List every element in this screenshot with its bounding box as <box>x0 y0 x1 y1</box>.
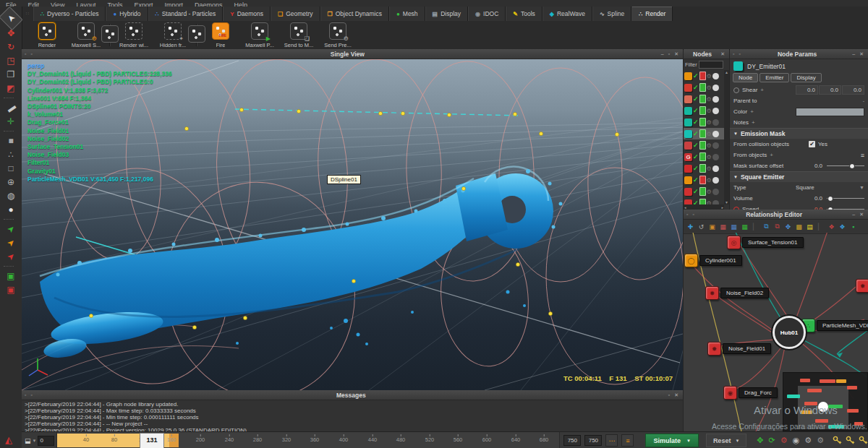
start-frame-field[interactable]: 0 <box>38 436 54 446</box>
tool-icon[interactable]: ▣ <box>2 283 20 296</box>
check-icon[interactable]: ✓ <box>693 153 699 160</box>
relationship-tool-icon[interactable]: ⧉ <box>773 223 782 231</box>
gear-icon[interactable]: ⚙ <box>707 96 712 103</box>
graph-node[interactable]: ◯ Cylinder001 <box>684 254 742 267</box>
tool-icon[interactable]: ❐ <box>2 67 20 81</box>
shading-sphere-icon[interactable] <box>712 177 719 184</box>
cache-clip-icon[interactable] <box>699 164 706 173</box>
gear-icon[interactable]: ⚙ <box>707 119 712 126</box>
node-row[interactable]: ✓ ⚙ <box>684 105 724 116</box>
tool-icon[interactable]: ↻ <box>2 40 20 53</box>
node-row[interactable]: ✓ ⚙ <box>684 197 724 204</box>
key-icon[interactable] <box>859 434 868 447</box>
ribbon-tab[interactable]: ✎ Tools <box>506 7 542 21</box>
node-row[interactable]: ✓ ⚙ <box>684 139 724 151</box>
message-log[interactable]: >[22/February/2019 22:04:44] - Graph nod… <box>22 400 683 431</box>
window-controls[interactable]: – ✕ <box>852 212 865 217</box>
window-controls[interactable]: – ✕ <box>852 51 865 57</box>
node-row[interactable]: ✓ ⚙ <box>684 82 724 93</box>
ribbon-tab[interactable]: ∿ Spline <box>592 7 631 21</box>
relationship-tool-icon[interactable]: ▩ <box>794 223 804 231</box>
cache-clip-icon[interactable] <box>699 199 706 204</box>
params-tab[interactable]: Emitter <box>760 73 789 82</box>
relationship-tool-icon[interactable]: ▦ <box>740 223 749 231</box>
relationship-tool-icon[interactable]: ▦ <box>729 223 739 231</box>
key-icon[interactable] <box>846 434 855 447</box>
params-tab[interactable]: Node <box>733 73 758 82</box>
cache-clip-icon[interactable] <box>699 106 706 115</box>
timeline-option-button[interactable]: ≡ <box>621 434 634 447</box>
node-row[interactable]: ✓ ⚙ <box>684 116 724 128</box>
action-icon[interactable]: ⚙ <box>780 436 788 445</box>
relationship-tool-icon[interactable]: ✥ <box>783 223 793 231</box>
viewport-scene[interactable]: perspDY_Domain01 (Liquid - PBD) PARTICLE… <box>22 59 683 391</box>
shear-z-field[interactable]: 0.0 <box>842 85 864 95</box>
tool-icon[interactable] <box>0 128 17 134</box>
cache-clip-icon[interactable] <box>699 83 706 92</box>
reset-button[interactable]: Reset▼ <box>706 434 746 447</box>
gear-icon[interactable]: ⚙ <box>707 73 712 79</box>
shading-sphere-icon[interactable] <box>712 85 719 91</box>
current-frame-indicator[interactable]: 131 <box>140 433 164 448</box>
relationship-titlebar[interactable]: ▫ ▫ Relationship Editor – ✕ <box>684 210 868 220</box>
toolbar-button[interactable]: Render <box>27 21 67 48</box>
relationship-tool-icon[interactable]: ⧉ <box>762 223 771 231</box>
check-icon[interactable]: ✓ <box>693 130 699 137</box>
tool-icon[interactable]: ∴ <box>2 147 20 161</box>
node-graph-canvas[interactable]: ◎ Surface_Tension01 ◯ Cylinder001 ✸ Nois… <box>684 233 868 431</box>
shading-sphere-icon[interactable] <box>712 142 719 149</box>
ribbon-tab[interactable]: ∴ Render <box>631 7 673 21</box>
ribbon-tab[interactable]: ◉ IDOC <box>468 7 506 21</box>
tool-icon[interactable]: ▣ <box>2 269 20 283</box>
toolbar-button[interactable]: ⚙ Send Pre... <box>318 21 357 48</box>
ribbon-tab[interactable]: ∴ Dyverso - Particles <box>33 7 106 21</box>
ribbon-tab[interactable]: ● Mesh <box>389 7 425 21</box>
vertical-scrollbar[interactable]: ▲▼ <box>724 70 729 204</box>
relationship-tool-icon[interactable]: ▏ <box>816 223 825 231</box>
filter-input[interactable] <box>699 61 723 69</box>
end-frame-field[interactable]: 750 <box>563 435 581 446</box>
graph-node[interactable]: ✸ Noise_Field01 <box>707 342 771 356</box>
cache-clip-icon[interactable] <box>699 129 706 138</box>
tool-icon[interactable]: ● <box>2 202 20 216</box>
check-icon[interactable]: ✓ <box>693 107 699 114</box>
shading-sphere-icon[interactable] <box>712 189 719 195</box>
check-icon[interactable]: ✓ <box>693 165 699 172</box>
gear-icon[interactable]: ⚙ <box>707 177 712 184</box>
volume-field[interactable]: 0.0 <box>796 195 822 202</box>
key-icon[interactable] <box>833 434 842 447</box>
cache-clip-icon[interactable] <box>699 95 706 103</box>
graph-node[interactable]: ◎ Surface_Tension01 <box>727 236 804 249</box>
ribbon-tab[interactable]: ▤ Display <box>425 7 468 21</box>
timeline-track[interactable]: 4080120160200240280320360400440480520560… <box>56 432 560 448</box>
chevron-down-icon[interactable]: ▼ <box>859 185 864 190</box>
toolbar-button[interactable]: ❏ Send to M... <box>279 21 318 48</box>
relationship-tool-icon[interactable]: ✚ <box>686 223 695 231</box>
node-row[interactable]: ✓ ⚙ <box>684 128 724 139</box>
toolbar-button[interactable]: ⚙ Maxwell S... <box>67 21 106 48</box>
toolbar-button[interactable]: Render wi... <box>114 21 153 48</box>
graph-node[interactable]: ✸ Noise_Field02 <box>705 286 769 300</box>
ribbon-tab[interactable]: ∴ Standard - Particles <box>148 7 224 21</box>
graph-node[interactable]: ∴ ParticleMesh_VDB01 <box>801 319 868 332</box>
graph-minimap[interactable] <box>783 372 868 431</box>
toolbar-button[interactable] <box>196 24 197 46</box>
check-icon[interactable]: ✓ <box>693 84 699 91</box>
relationship-tool-icon[interactable]: ▦ <box>718 223 728 231</box>
shading-sphere-icon[interactable] <box>712 131 719 137</box>
check-icon[interactable]: ✓ <box>693 95 699 103</box>
parent-to-value[interactable]: - <box>863 98 864 103</box>
dock-icons[interactable]: ▫ ▫ <box>25 51 34 56</box>
gear-icon[interactable]: ⚙ <box>707 165 712 172</box>
list-menu-icon[interactable]: ≡ <box>861 152 864 159</box>
hub-node[interactable]: Hub01 <box>773 316 806 349</box>
gear-icon[interactable]: ⚙ <box>707 154 712 160</box>
ribbon-tab[interactable]: ● Hybrido <box>106 7 148 21</box>
node-row[interactable]: G ✓ ⚙ <box>684 151 724 163</box>
tool-icon[interactable]: ⊕ <box>2 175 20 189</box>
gear-icon[interactable]: ⚙ <box>707 108 712 114</box>
gear-icon[interactable]: ⚙ <box>707 131 712 137</box>
shading-sphere-icon[interactable] <box>712 96 719 103</box>
ribbon-tab[interactable]: Y Daemons <box>223 7 271 21</box>
shear-y-field[interactable]: 0.0 <box>819 85 841 95</box>
